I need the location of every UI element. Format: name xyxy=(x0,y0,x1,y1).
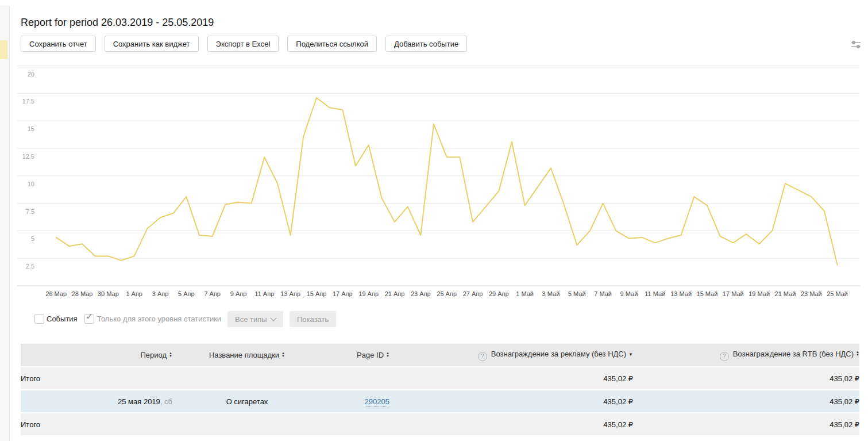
total-rtb-revenue: 435,02 ₽ xyxy=(633,412,859,435)
sidebar-peek-tab[interactable] xyxy=(0,40,7,59)
export-excel-button[interactable]: Экспорт в Excel xyxy=(207,36,279,52)
svg-text:3 Май: 3 Май xyxy=(542,290,560,297)
svg-text:28 Мар: 28 Мар xyxy=(72,290,93,297)
svg-text:3 Апр: 3 Апр xyxy=(152,290,169,297)
svg-text:5 Май: 5 Май xyxy=(568,290,586,297)
svg-text:23 Апр: 23 Апр xyxy=(411,290,431,297)
svg-text:13 Апр: 13 Апр xyxy=(280,290,300,297)
total-rtb-revenue: 435,02 ₽ xyxy=(633,366,859,389)
svg-text:21 Апр: 21 Апр xyxy=(385,290,405,297)
check-icon: ✓ xyxy=(86,311,93,322)
level-stats-checkbox-label[interactable]: Только для этого уровня статистики xyxy=(97,315,221,323)
events-checkbox[interactable] xyxy=(34,314,44,324)
total-ad-revenue: 435,02 ₽ xyxy=(389,412,633,435)
total-ad-revenue: 435,02 ₽ xyxy=(389,366,633,389)
share-link-button[interactable]: Поделиться ссылкой xyxy=(287,36,377,52)
chart-settings-icon[interactable] xyxy=(851,39,861,48)
svg-text:25 Апр: 25 Апр xyxy=(437,290,457,297)
svg-text:9 Май: 9 Май xyxy=(620,290,638,297)
svg-text:26 Мар: 26 Мар xyxy=(45,290,67,297)
svg-text:17 Апр: 17 Апр xyxy=(333,290,353,297)
chart-filters: События ✓ Только для этого уровня статис… xyxy=(10,310,868,329)
sort-arrows-icon: ▲▼ xyxy=(281,352,285,358)
svg-text:21 Май: 21 Май xyxy=(775,290,796,297)
period-cell: 25 мая 2019, сб xyxy=(21,389,172,412)
total-label: Итого xyxy=(21,366,172,389)
svg-text:30 Мар: 30 Мар xyxy=(98,290,119,297)
svg-text:11 Апр: 11 Апр xyxy=(254,290,274,297)
column-header-site-name[interactable]: Название площадки▲▼ xyxy=(172,344,322,366)
svg-text:20: 20 xyxy=(28,71,34,78)
left-gutter xyxy=(0,6,10,441)
svg-text:15: 15 xyxy=(28,125,34,132)
save-report-button[interactable]: Сохранить отчет xyxy=(21,36,96,52)
save-as-widget-button[interactable]: Сохранить как виджет xyxy=(105,36,199,52)
column-header-rtb-revenue[interactable]: ?Вознаграждение за RTB (без НДС)▲▼ xyxy=(633,344,859,366)
event-types-dropdown[interactable]: Все типы xyxy=(227,311,283,327)
events-checkbox-label[interactable]: События xyxy=(47,315,78,323)
rtb-revenue-cell: 435,02 ₽ xyxy=(633,389,859,412)
chevron-down-icon xyxy=(270,315,276,321)
question-circle-icon[interactable]: ? xyxy=(720,352,729,361)
column-header-period[interactable]: Период▲▼ xyxy=(21,344,172,366)
table-row-total-top: Итого 435,02 ₽ 435,02 ₽ xyxy=(21,366,859,389)
table-row-total-bottom: Итого 435,02 ₽ 435,02 ₽ xyxy=(21,412,859,435)
svg-text:5: 5 xyxy=(31,235,34,242)
table-row-data[interactable]: 25 мая 2019, сб О сигаретах 290205 435,0… xyxy=(21,389,859,412)
svg-text:10: 10 xyxy=(28,181,34,187)
triangle-down-icon: ▼ xyxy=(628,352,633,357)
page-id-cell: 290205 xyxy=(322,389,389,412)
chart-svg: 2017.51512.5107.552.526 Мар28 Мар30 Мар1… xyxy=(10,57,868,305)
page-title: Report for period 26.03.2019 - 25.05.201… xyxy=(21,17,214,29)
sort-arrows-icon: ▲▼ xyxy=(856,351,859,356)
add-event-button[interactable]: Добавить событие xyxy=(385,36,467,52)
show-button[interactable]: Показать xyxy=(290,311,336,327)
svg-text:17 Май: 17 Май xyxy=(723,290,744,297)
slider-line xyxy=(851,42,861,43)
weekday-label: , сб xyxy=(160,397,172,406)
report-page: Report for period 26.03.2019 - 25.05.201… xyxy=(10,0,868,441)
svg-text:1 Апр: 1 Апр xyxy=(126,290,142,297)
svg-text:29 Апр: 29 Апр xyxy=(489,290,509,297)
total-label: Итого xyxy=(21,412,172,435)
svg-text:7 Апр: 7 Апр xyxy=(204,290,221,297)
column-header-page-id[interactable]: Page ID▲▼ xyxy=(322,344,389,366)
svg-text:17.5: 17.5 xyxy=(22,98,34,105)
svg-text:2.5: 2.5 xyxy=(26,263,34,270)
svg-text:25 Май: 25 Май xyxy=(827,290,848,297)
sort-arrows-icon: ▲▼ xyxy=(169,352,172,358)
svg-text:9 Апр: 9 Апр xyxy=(230,290,247,297)
svg-text:7 Май: 7 Май xyxy=(594,290,612,297)
svg-text:11 Май: 11 Май xyxy=(645,290,665,297)
column-header-ad-revenue[interactable]: ?Вознаграждение за рекламу (без НДС)▼ xyxy=(389,344,633,366)
svg-text:15 Май: 15 Май xyxy=(697,290,718,297)
revenue-line-chart: 2017.51512.5107.552.526 Мар28 Мар30 Мар1… xyxy=(10,57,868,305)
table-header-row: Период▲▼ Название площадки▲▼ Page ID▲▼ ?… xyxy=(21,344,859,366)
report-table: Период▲▼ Название площадки▲▼ Page ID▲▼ ?… xyxy=(21,344,859,435)
site-name-cell: О сигаретах xyxy=(172,389,322,412)
svg-text:1 Май: 1 Май xyxy=(516,290,534,297)
svg-text:12.5: 12.5 xyxy=(22,153,34,160)
question-circle-icon[interactable]: ? xyxy=(478,352,487,361)
level-stats-checkbox[interactable]: ✓ xyxy=(84,314,94,324)
svg-text:13 Май: 13 Май xyxy=(670,290,692,297)
svg-text:27 Апр: 27 Апр xyxy=(463,290,483,297)
ad-revenue-cell: 435,02 ₽ xyxy=(389,389,633,412)
slider-line xyxy=(851,46,861,47)
svg-text:19 Май: 19 Май xyxy=(749,290,770,297)
sort-arrows-icon: ▲▼ xyxy=(386,352,389,358)
svg-text:5 Апр: 5 Апр xyxy=(178,290,195,297)
report-toolbar: Сохранить отчет Сохранить как виджет Экс… xyxy=(21,36,467,52)
svg-text:15 Апр: 15 Апр xyxy=(307,290,327,297)
page-id-link[interactable]: 290205 xyxy=(365,397,389,407)
svg-text:23 Май: 23 Май xyxy=(801,290,822,297)
svg-text:19 Апр: 19 Апр xyxy=(358,290,379,297)
svg-text:7.5: 7.5 xyxy=(26,208,34,215)
event-types-dropdown-value: Все типы xyxy=(235,315,267,324)
